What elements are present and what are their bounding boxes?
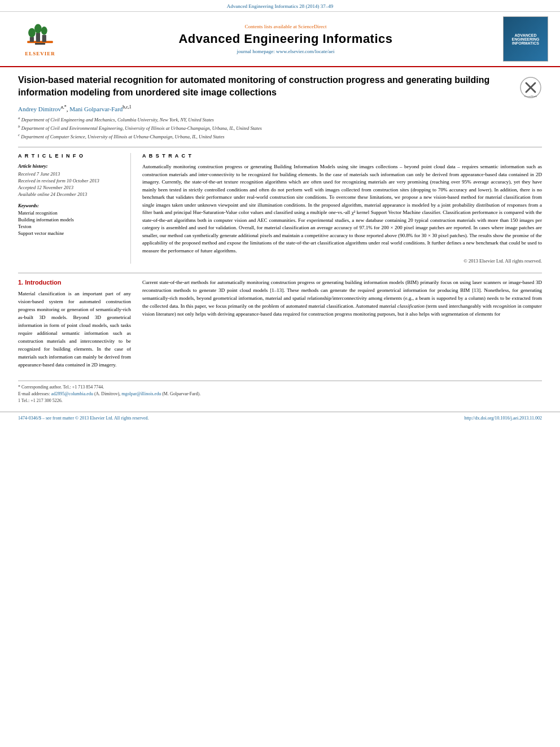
keywords-section: Keywords: Material recognition Building … bbox=[18, 203, 123, 236]
footnote-tel1: 1 Tel.: +1 217 300 5226. bbox=[18, 398, 542, 403]
italic-classification: classification bbox=[397, 303, 425, 309]
svg-rect-1 bbox=[30, 37, 34, 42]
history-revised: Received in revised form 10 October 2013 bbox=[18, 178, 123, 184]
svg-rect-3 bbox=[42, 35, 46, 42]
author-2-super: b,c,1 bbox=[123, 104, 132, 110]
history-accepted: Accepted 12 November 2013 bbox=[18, 185, 123, 190]
history-received: Received 7 June 2013 bbox=[18, 171, 123, 177]
article-info-abstract-section: A R T I C L E I N F O Article history: R… bbox=[18, 147, 542, 264]
abstract-heading: A B S T R A C T bbox=[142, 153, 542, 159]
svg-text:CrossMark: CrossMark bbox=[524, 95, 537, 98]
abstract-column: A B S T R A C T Automatically monitoring… bbox=[142, 153, 542, 264]
svg-point-6 bbox=[41, 27, 47, 35]
footnotes-section: * Corresponding author. Tel.: +1 713 854… bbox=[18, 381, 542, 403]
history-available: Available online 24 December 2013 bbox=[18, 191, 123, 197]
affiliations-section: a Department of Civil Engineering and Me… bbox=[18, 116, 542, 141]
keyword-4: Support vector machine bbox=[18, 230, 123, 236]
author-1: Andrey Dimitrova,*, bbox=[18, 106, 69, 112]
doi-link[interactable]: http://dx.doi.org/10.1016/j.aei.2013.11.… bbox=[464, 416, 542, 421]
journal-header: ELSEVIER Contents lists available at Sci… bbox=[0, 12, 560, 67]
journal-title-section: Contents lists available at ScienceDirec… bbox=[71, 24, 500, 54]
copyright-line: © 2013 Elsevier Ltd. All rights reserved… bbox=[142, 258, 542, 264]
author-2: Mani Golparvar-Fardb,c,1 bbox=[69, 106, 132, 112]
email-link-1[interactable]: ad2895@columbia.edu bbox=[51, 391, 93, 396]
sciencedirect-link-text[interactable]: ScienceDirect bbox=[298, 24, 326, 29]
footnote-email: E-mail addresses: ad2895@columbia.edu (A… bbox=[18, 391, 542, 396]
journal-homepage-url: journal homepage: www.elsevier.com/locat… bbox=[77, 49, 495, 54]
affiliation-c: c Department of Computer Science, Univer… bbox=[18, 134, 225, 139]
keyword-2: Building information models bbox=[18, 217, 123, 222]
main-content-area: Vision-based material recognition for au… bbox=[0, 67, 560, 412]
author-1-super: a,* bbox=[61, 104, 67, 110]
affiliation-a: a Department of Civil Engineering and Me… bbox=[18, 117, 214, 123]
intro-right-column: Current state-of-the-art methods for aut… bbox=[142, 279, 542, 373]
intro-section-title: 1. Introduction bbox=[18, 279, 131, 286]
keyword-1: Material recognition bbox=[18, 210, 123, 216]
journal-logo-image: ADVANCED ENGINEERING INFORMATICS bbox=[503, 16, 548, 62]
email-link-2[interactable]: mgolpar@illinois.edu bbox=[121, 391, 161, 396]
article-history-section: Article history: Received 7 June 2013 Re… bbox=[18, 163, 123, 197]
article-title: Vision-based material recognition for au… bbox=[18, 74, 513, 98]
section-divider bbox=[18, 273, 542, 273]
author-2-name[interactable]: Mani Golparvar-Fard bbox=[69, 106, 123, 112]
article-info-heading: A R T I C L E I N F O bbox=[18, 153, 123, 159]
elsevier-logo-section: ELSEVIER bbox=[9, 21, 71, 56]
bottom-bar: 1474-0346/$ – see front matter © 2013 El… bbox=[0, 412, 560, 424]
footnote-corresponding: * Corresponding author. Tel.: +1 713 854… bbox=[18, 385, 542, 390]
article-title-section: Vision-based material recognition for au… bbox=[18, 74, 542, 99]
journal-main-title: Advanced Engineering Informatics bbox=[77, 32, 495, 46]
journal-info-bar: Advanced Engineering Informatics 28 (201… bbox=[0, 0, 560, 12]
intro-left-column: 1. Introduction Material classification … bbox=[18, 279, 131, 373]
authors-line: Andrey Dimitrova,*, Mani Golparvar-Fardb… bbox=[18, 104, 542, 112]
elsevier-logo: ELSEVIER bbox=[23, 21, 57, 56]
affiliation-b: b Department of Civil and Environmental … bbox=[18, 125, 262, 131]
history-label: Article history: bbox=[18, 163, 123, 169]
elsevier-brand-text: ELSEVIER bbox=[23, 51, 57, 56]
sciencedirect-label: Contents lists available at ScienceDirec… bbox=[77, 24, 495, 29]
introduction-section: 1. Introduction Material classification … bbox=[18, 279, 542, 373]
svg-rect-7 bbox=[35, 43, 45, 45]
svg-point-5 bbox=[34, 24, 42, 33]
keywords-label: Keywords: bbox=[18, 203, 123, 208]
svg-rect-2 bbox=[36, 33, 40, 42]
intro-right-text: Current state-of-the-art methods for aut… bbox=[142, 279, 542, 318]
keyword-3: Texton bbox=[18, 224, 123, 229]
intro-left-text: Material classification is an important … bbox=[18, 290, 131, 369]
journal-volume-info: Advanced Engineering Informatics 28 (201… bbox=[227, 3, 334, 9]
crossmark-badge: CrossMark bbox=[519, 76, 542, 99]
journal-logo-box-section: ADVANCED ENGINEERING INFORMATICS bbox=[500, 16, 551, 62]
italic-recognition: recognition bbox=[493, 303, 516, 309]
abstract-body: Automatically monitoring construction pr… bbox=[142, 163, 542, 255]
svg-point-4 bbox=[28, 28, 36, 37]
issn-info: 1474-0346/$ – see front matter © 2013 El… bbox=[18, 416, 149, 421]
article-info-column: A R T I C L E I N F O Article history: R… bbox=[18, 153, 131, 264]
author-1-name[interactable]: Andrey Dimitrov bbox=[18, 106, 61, 112]
